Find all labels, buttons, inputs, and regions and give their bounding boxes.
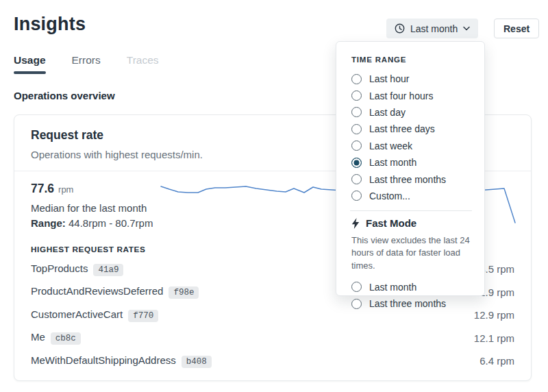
radio-unselected[interactable]: [351, 74, 362, 84]
fast-mode-option-last-three-months[interactable]: Last three months: [351, 295, 472, 312]
radio-selected[interactable]: [351, 158, 362, 168]
time-range-option-last-three-months[interactable]: Last three months: [351, 171, 472, 187]
fast-mode-title: Fast Mode: [366, 217, 416, 229]
time-range-option-last-day[interactable]: Last day: [351, 104, 472, 121]
time-range-option-last-hour[interactable]: Last hour: [351, 71, 472, 87]
operation-rate: 12.1 rpm: [474, 332, 514, 344]
tab-errors[interactable]: Errors: [72, 54, 101, 74]
radio-unselected[interactable]: [351, 191, 362, 201]
option-label: Last three months: [369, 174, 446, 185]
operation-label: CustomerActiveCartf770: [31, 308, 158, 322]
section-title: Operations overview: [14, 90, 115, 101]
operation-name[interactable]: TopProducts: [31, 262, 88, 274]
insights-page: Insights Last month Reset UsageErrorsTra…: [0, 0, 548, 392]
tab-bar: UsageErrorsTraces: [14, 54, 159, 74]
option-label: Last hour: [369, 73, 409, 84]
radio-unselected[interactable]: [351, 124, 362, 134]
operation-label: ProductAndReviewsDeferredf98e: [31, 285, 199, 299]
lightning-bolt-icon: [351, 218, 360, 229]
chevron-down-icon: [463, 26, 470, 31]
option-label: Last month: [369, 282, 416, 293]
tab-usage[interactable]: Usage: [14, 54, 46, 74]
option-label: Last week: [369, 140, 412, 151]
fast-mode-option-last-month[interactable]: Last month: [351, 279, 472, 295]
radio-unselected[interactable]: [351, 282, 362, 292]
time-range-option-last-month[interactable]: Last month: [351, 154, 472, 171]
option-label: Last three days: [369, 123, 435, 134]
time-range-dropdown-label: TIME RANGE: [351, 56, 472, 64]
radio-unselected[interactable]: [351, 90, 362, 101]
operation-rate: 6.4 rpm: [480, 355, 514, 367]
operation-name[interactable]: CustomerActiveCart: [31, 308, 123, 320]
operation-hash-badge: 41a9: [93, 264, 123, 276]
option-label: Last three months: [369, 298, 446, 309]
time-range-option-last-three-days[interactable]: Last three days: [351, 121, 472, 137]
operation-hash-badge: cb8c: [51, 332, 81, 345]
page-title: Insights: [14, 14, 86, 35]
time-range-option-custom[interactable]: Custom...: [351, 188, 472, 204]
reset-button[interactable]: Reset: [494, 19, 539, 38]
operation-name[interactable]: ProductAndReviewsDeferred: [31, 285, 163, 297]
operation-row-mewithdefaultshippingaddress[interactable]: MeWithDefaultShippingAddressb4086.4 rpm: [31, 350, 514, 373]
operation-name[interactable]: Me: [31, 331, 45, 343]
time-range-option-last-four-hours[interactable]: Last four hours: [351, 87, 472, 103]
fast-mode-header: Fast Mode: [351, 217, 472, 229]
radio-unselected[interactable]: [351, 140, 362, 151]
operation-label: Mecb8c: [31, 331, 81, 345]
radio-unselected[interactable]: [351, 174, 362, 184]
fast-mode-description: This view excludes the last 24 hours of …: [351, 234, 472, 272]
range-value: 44.8rpm - 80.7rpm: [68, 217, 153, 229]
radio-unselected[interactable]: [351, 299, 362, 309]
option-label: Custom...: [369, 191, 410, 201]
operation-name[interactable]: MeWithDefaultShippingAddress: [31, 354, 176, 366]
clock-icon: [395, 23, 405, 34]
time-range-options: Last hourLast four hoursLast dayLast thr…: [351, 71, 472, 204]
option-label: Last day: [369, 107, 406, 118]
operation-label: TopProducts41a9: [31, 262, 123, 276]
time-range-dropdown: TIME RANGE Last hourLast four hoursLast …: [336, 41, 485, 296]
time-range-button[interactable]: Last month: [386, 19, 478, 38]
tab-traces: Traces: [127, 54, 159, 74]
operation-row-me[interactable]: Mecb8c12.1 rpm: [31, 327, 514, 350]
operation-label: MeWithDefaultShippingAddressb408: [31, 354, 212, 368]
median-unit: rpm: [58, 184, 73, 195]
time-range-option-last-week[interactable]: Last week: [351, 138, 472, 154]
option-label: Last four hours: [369, 90, 433, 101]
dropdown-divider: [350, 210, 472, 211]
operation-hash-badge: f98e: [169, 286, 199, 299]
operation-rate: 12.9 rpm: [474, 309, 514, 321]
range-label: Range:: [31, 217, 66, 229]
option-label: Last month: [369, 157, 416, 168]
operation-hash-badge: f770: [128, 310, 158, 322]
fast-mode-options: Last monthLast three months: [351, 279, 472, 313]
radio-unselected[interactable]: [351, 107, 362, 117]
median-value: 77.6: [31, 182, 54, 196]
operation-hash-badge: b408: [182, 356, 212, 368]
time-range-button-label: Last month: [410, 23, 458, 34]
